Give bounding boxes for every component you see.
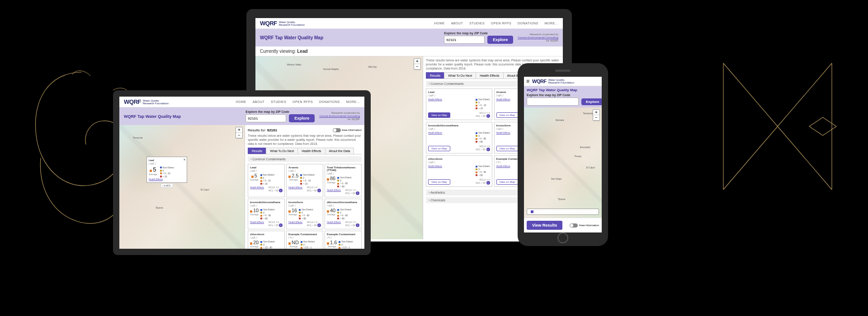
- zoom-in-button[interactable]: +: [236, 127, 242, 133]
- info-icon[interactable]: i: [317, 223, 321, 227]
- info-icon[interactable]: i: [356, 191, 359, 195]
- legend: Non-Detect 0 > 15 - 80 > 80: [260, 240, 274, 249]
- contaminant-card: Example Contaminant ( % ) 1.6 Average No…: [325, 231, 362, 249]
- search-bar: WQRF Tap Water Quality Map Explore the m…: [255, 29, 563, 46]
- nav-studies[interactable]: STUDIES: [271, 100, 286, 103]
- nav-more[interactable]: MORE...: [545, 22, 558, 25]
- nav-more[interactable]: MORE...: [346, 100, 360, 103]
- tab-results[interactable]: Results: [426, 72, 444, 79]
- zoom-out-button[interactable]: −: [593, 115, 599, 121]
- results-tabs: Results What To Do Next Health Effects A…: [248, 148, 362, 154]
- map-slider[interactable]: [527, 209, 599, 215]
- nav-about[interactable]: ABOUT: [253, 100, 265, 103]
- contaminant-card: Total Trihalomethanes (TTHM) ( µg/L ) 86…: [325, 164, 362, 197]
- health-effects-link[interactable]: Health Effects: [496, 165, 510, 167]
- info-icon[interactable]: i: [317, 189, 321, 192]
- map-zoom-controls: + −: [593, 109, 600, 121]
- tab-about[interactable]: About the Data: [325, 148, 354, 154]
- page-title: WQRF Tap Water Quality Map: [527, 88, 599, 92]
- contaminant-value: 10: [253, 208, 259, 213]
- map[interactable]: + − × Lead ( µg/L ) 5 Average Non-Detect: [119, 125, 245, 249]
- view-on-map-button[interactable]: View on Map: [496, 179, 519, 185]
- contaminant-name: Lead: [250, 166, 283, 169]
- view-on-map-button[interactable]: View on Map: [428, 112, 450, 118]
- contaminant-value: 5: [255, 173, 257, 178]
- contaminant-name: bromodichloromethane: [428, 124, 490, 127]
- health-effects-link[interactable]: Health Effects: [250, 221, 264, 227]
- section-common[interactable]: Common Contaminants: [248, 156, 362, 162]
- tab-todo[interactable]: What To Do Next: [266, 148, 298, 154]
- health-effects-link[interactable]: Health Effects: [496, 98, 510, 101]
- health-effects-link[interactable]: Health Effects: [428, 131, 442, 134]
- view-on-map-button[interactable]: View on Map: [428, 179, 450, 185]
- contaminant-name: chloroform: [250, 233, 283, 236]
- close-icon[interactable]: ×: [184, 158, 185, 161]
- search-bar: WQRF Tap Water Quality Map Explore the m…: [119, 107, 364, 125]
- contaminant-name: bromodichloromethane: [250, 201, 283, 204]
- contaminant-name: Example Contaminant: [288, 233, 321, 236]
- toggle-icon[interactable]: [570, 223, 578, 228]
- info-icon[interactable]: i: [486, 148, 490, 151]
- tab-health[interactable]: Health Effects: [476, 72, 503, 79]
- research-attribution: Research conducted by Corona Environment…: [518, 33, 558, 43]
- nav-home[interactable]: HOME: [434, 22, 445, 25]
- explore-button[interactable]: Explore: [487, 36, 513, 44]
- nav-studies[interactable]: STUDIES: [469, 22, 485, 25]
- contaminant-unit: ( % ): [288, 236, 321, 239]
- nav-home[interactable]: HOME: [236, 100, 246, 103]
- contaminant-card: bromodichloromethane ( µg/L ) Health Eff…: [426, 122, 492, 153]
- nav-donations[interactable]: DONATIONS: [518, 22, 538, 25]
- zip-input[interactable]: [527, 98, 579, 106]
- average-label: Average: [327, 213, 335, 216]
- legend: Non-Detect 0 > 0 - 15 > 15: [476, 98, 490, 110]
- info-icon[interactable]: i: [279, 189, 283, 192]
- legend: Non-Detect 0 > 0.5 - 1 > 1 - 1.5: [339, 240, 353, 249]
- zip-label: Explore the map by ZIP Code: [444, 32, 513, 35]
- nav-rfps[interactable]: OPEN RFPS: [292, 100, 313, 103]
- contaminant-unit: ( µg/L ): [288, 169, 321, 172]
- info-icon[interactable]: i: [486, 114, 490, 118]
- area-info-toggle[interactable]: Area Information: [570, 223, 599, 228]
- zoom-out-button[interactable]: −: [236, 133, 242, 138]
- contaminant-unit: ( µg/L ): [250, 236, 283, 239]
- view-on-map-button[interactable]: View on Map: [428, 146, 450, 151]
- nav-about[interactable]: ABOUT: [451, 22, 463, 25]
- nav-donations[interactable]: DONATIONS: [319, 100, 340, 103]
- zoom-out-button[interactable]: −: [414, 64, 420, 70]
- zip-input[interactable]: [444, 36, 485, 44]
- view-on-map-button[interactable]: View on Map: [496, 146, 519, 151]
- zip-input[interactable]: [245, 114, 286, 122]
- health-effects-link[interactable]: Health Effects: [250, 186, 264, 192]
- bottom-bar: View Results Area Information: [524, 218, 602, 232]
- view-results-button[interactable]: View Results: [527, 221, 562, 230]
- info-icon[interactable]: i: [356, 223, 359, 227]
- health-effects-link[interactable]: Health Effects: [428, 165, 442, 167]
- nav-rfps[interactable]: OPEN RFPS: [491, 22, 511, 25]
- map-city-label: El Cajon: [586, 166, 595, 169]
- health-effects-link[interactable]: Health Effects: [149, 178, 163, 181]
- tab-results[interactable]: Results: [248, 148, 266, 154]
- zoom-in-button[interactable]: +: [593, 110, 599, 115]
- hamburger-icon[interactable]: ≡: [526, 78, 529, 84]
- tab-health[interactable]: Health Effects: [297, 148, 325, 154]
- health-effects-link[interactable]: Health Effects: [327, 189, 341, 195]
- research-link[interactable]: Corona Environmental Consulting: [319, 115, 360, 117]
- explore-button[interactable]: Explore: [581, 98, 602, 105]
- health-effects-link[interactable]: Health Effects: [428, 98, 442, 101]
- explore-button[interactable]: Explore: [289, 114, 315, 122]
- info-icon[interactable]: i: [486, 181, 490, 185]
- research-link[interactable]: Corona Environmental Consulting: [518, 36, 558, 39]
- tab-todo[interactable]: What To Do Next: [444, 72, 476, 79]
- info-icon[interactable]: i: [279, 223, 283, 227]
- map[interactable]: + − Temecula Murrieta Escondido San Dieg…: [524, 107, 602, 218]
- health-effects-link[interactable]: Health Effects: [496, 131, 510, 134]
- popup-pagination[interactable]: ‹ 1 of 3 ›: [161, 183, 173, 188]
- average-label: Average: [250, 245, 259, 248]
- health-effects-link[interactable]: Health Effects: [288, 221, 302, 227]
- health-effects-link[interactable]: Health Effects: [327, 221, 341, 227]
- health-effects-link[interactable]: Health Effects: [288, 186, 302, 192]
- view-on-map-button[interactable]: View on Map: [496, 112, 519, 118]
- average-label: Average: [289, 178, 298, 181]
- zoom-in-button[interactable]: +: [414, 59, 420, 64]
- contaminant-value: 1.6: [330, 240, 337, 245]
